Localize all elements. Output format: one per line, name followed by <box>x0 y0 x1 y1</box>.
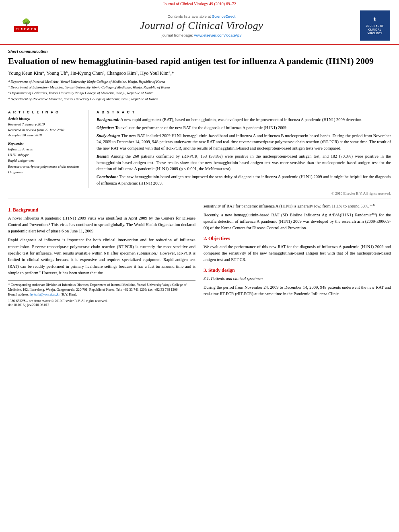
journal-header: 🌳 ELSEVIER Contents lists available at S… <box>0 7 399 45</box>
body-right-col: sensitivity of RAT for pandemic influenz… <box>204 203 391 307</box>
abstract-objective: Objective: To evaluate the performance o… <box>97 125 391 131</box>
main-divider <box>8 106 391 106</box>
section3-heading: Study design <box>208 267 235 273</box>
homepage-label: journal homepage: <box>161 33 193 37</box>
journal-homepage: journal homepage: www.elsevier.com/locat… <box>44 33 359 37</box>
section3-para1: During the period from November 24, 2009… <box>204 284 391 298</box>
section3-title: 3. Study design <box>204 267 391 273</box>
abstract-result: Result: Among the 260 patients confirmed… <box>97 153 391 172</box>
background-text: A new rapid antigen test (RAT), based on… <box>120 117 362 122</box>
section3-number: 3. <box>204 267 207 273</box>
sciencedirect-link[interactable]: ScienceDirect <box>212 14 236 18</box>
study-design-label: Study design: <box>97 134 120 138</box>
conclusion-text: The new hemagglutinin-based antigen test… <box>97 175 391 185</box>
copyright-line: © 2010 Elsevier B.V. All rights reserved… <box>8 191 391 195</box>
sciencedirect-prefix: Contents lists available at <box>168 14 211 18</box>
section2-title: 2. Objectives <box>204 236 391 242</box>
background-label: Background: <box>97 117 119 122</box>
email-line: E-mail address: hyksnk@yonsei.ac.kr (H.Y… <box>8 292 195 297</box>
abstract-heading: A B S T R A C T <box>97 110 391 114</box>
section1-para1: A novel influenza A pandemic (H1N1) 2009… <box>8 215 195 235</box>
keyword-4: Reverse transcriptase polymerase chain r… <box>8 164 82 169</box>
accepted-date: Accepted 28 June 2010 <box>8 133 82 138</box>
objective-label: Objective: <box>97 125 114 130</box>
abstract-col: A B S T R A C T Background: A new rapid … <box>97 110 391 188</box>
article-title: Evaluation of new hemagglutinin-based ra… <box>8 55 391 67</box>
footnote-section: * Corresponding author at: Division of I… <box>8 280 195 297</box>
received-date: Received 7 January 2010 <box>8 122 82 127</box>
virology-logo: ⚕ JOURNAL OF CLINICAL VIROLOGY <box>359 10 391 41</box>
abstract-background: Background: A new rapid antigen test (RA… <box>97 117 391 123</box>
abstract-conclusion: Conclusion: The new hemagglutinin-based … <box>97 174 391 187</box>
section2-number: 2. <box>204 236 207 241</box>
authors-line: Young Keun Kimᵃ, Young Uhᵇ, Jin-Kyong Ch… <box>8 70 391 76</box>
issn-line: 1386-6532/$ – see front matter © 2010 El… <box>8 299 195 307</box>
section3-subsection: 3.1. Patients and clinical specimen <box>204 275 391 282</box>
affiliation-c: ᶜ Department of Pediatrics, Yonsei Unive… <box>8 90 391 96</box>
keyword-3: Rapid antigen test <box>8 158 82 163</box>
result-label: Result: <box>97 154 109 158</box>
keyword-2: H1N1 subtype <box>8 152 82 158</box>
virology-box: ⚕ JOURNAL OF CLINICAL VIROLOGY <box>360 10 390 41</box>
affiliations: ᵃ Department of Internal Medicine, Yonse… <box>8 79 391 102</box>
section1-para4: Recently, a new hemagglutinin-based RAT … <box>204 212 391 232</box>
section-divider <box>8 199 391 199</box>
email-address[interactable]: hyksnk@yonsei.ac.kr <box>30 292 60 296</box>
journal-title: Journal of Clinical Virology <box>44 20 359 32</box>
elsevier-label: ELSEVIER <box>14 26 39 32</box>
section1-heading: Background <box>13 207 38 213</box>
elsevier-logo: 🌳 ELSEVIER <box>8 19 44 33</box>
elsevier-tree-icon: 🌳 <box>22 19 31 26</box>
homepage-url[interactable]: www.elsevier.com/locate/jcv <box>194 33 242 37</box>
section1-para3: sensitivity of RAT for pandemic influenz… <box>204 203 391 210</box>
study-design-text: The new RAT included 2009 H1N1 hemagglut… <box>97 134 391 151</box>
keywords-label: Keywords: <box>8 142 82 146</box>
article-info-col: A R T I C L E I N F O Article history: R… <box>8 110 88 188</box>
citation-bar: Journal of Clinical Virology 49 (2010) 6… <box>0 0 399 7</box>
corresponding-author: * Corresponding author at: Division of I… <box>8 283 195 292</box>
section1-title: 1. Background <box>8 207 195 213</box>
conclusion-label: Conclusion: <box>97 175 118 179</box>
revised-date: Received in revised form 22 June 2010 <box>8 127 82 133</box>
section1-number: 1. <box>8 207 12 213</box>
keyword-5: Diagnosis <box>8 169 82 175</box>
affiliation-a: ᵃ Department of Internal Medicine, Yonse… <box>8 79 391 84</box>
abstract-study-design: Study design: The new RAT included 2009 … <box>97 133 391 152</box>
article-type: Short communication <box>8 49 391 53</box>
result-text: Among the 260 patients confirmed by rRT-… <box>97 154 391 171</box>
main-body: 1. Background A novel influenza A pandem… <box>8 203 391 307</box>
section2-para1: We evaluated the performance of this new… <box>204 244 391 263</box>
email-suffix: (H.Y. Kim). <box>61 292 77 296</box>
objective-text: To evaluate the performance of the new R… <box>115 125 288 130</box>
doi-text: doi:10.1016/j.jcv.2010.06.012 <box>8 303 195 307</box>
history-label: Article history: <box>8 117 82 121</box>
section2-heading: Objectives <box>208 236 230 241</box>
affiliation-d: ᵈ Department of Preventive Medicine, Yon… <box>8 96 391 102</box>
keyword-1: Influenza A virus <box>8 146 82 152</box>
affiliation-b: ᵇ Department of Laboratory Medicine, Yon… <box>8 84 391 90</box>
virology-label: JOURNAL OF CLINICAL VIROLOGY <box>361 24 389 35</box>
article-info-heading: A R T I C L E I N F O <box>8 110 82 114</box>
sciencedirect-line: Contents lists available at ScienceDirec… <box>44 14 359 18</box>
article-info-abstract: A R T I C L E I N F O Article history: R… <box>8 110 391 188</box>
issn-text: 1386-6532/$ – see front matter © 2010 El… <box>8 299 195 303</box>
email-label: E-mail address: <box>8 292 29 296</box>
header-center: Contents lists available at ScienceDirec… <box>44 14 359 37</box>
section1-para2: Rapid diagnosis of influenza is importan… <box>8 237 195 276</box>
body-left-col: 1. Background A novel influenza A pandem… <box>8 203 195 307</box>
authors-text: Young Keun Kimᵃ, Young Uhᵇ, Jin-Kyong Ch… <box>8 70 174 76</box>
citation-text: Journal of Clinical Virology 49 (2010) 6… <box>163 2 236 6</box>
